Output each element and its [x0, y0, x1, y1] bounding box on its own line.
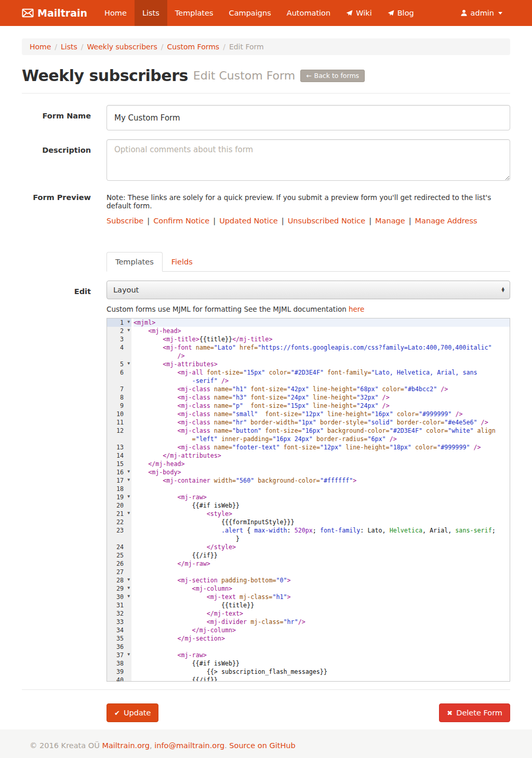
code-line[interactable]: </style>	[134, 543, 510, 551]
gutter-line[interactable]: 7	[107, 385, 131, 393]
code-line[interactable]: -serif" />	[134, 377, 510, 385]
nav-item-wiki[interactable]: Wiki	[338, 0, 379, 26]
preview-link-updated-notice[interactable]: Updated Notice	[219, 217, 278, 225]
gutter-line[interactable]	[107, 377, 131, 385]
gutter-line[interactable]: 12	[107, 427, 131, 435]
code-line[interactable]: }	[134, 535, 510, 543]
brand-link[interactable]: Mailtrain	[22, 0, 97, 26]
code-line[interactable]: {{> subscription_flash_messages}}	[134, 668, 510, 676]
gutter-line[interactable]: 38	[107, 659, 131, 668]
code-line[interactable]: />	[134, 352, 510, 360]
gutter-line[interactable]: 8	[107, 393, 131, 402]
gutter-line[interactable]: 40	[107, 676, 131, 682]
delete-form-button[interactable]: ✖ Delete Form	[439, 703, 510, 722]
code-line[interactable]	[134, 485, 510, 493]
code-line[interactable]: {{title}}	[134, 601, 510, 609]
gutter-line[interactable]: 24	[107, 543, 131, 551]
nav-item-lists[interactable]: Lists	[135, 0, 167, 26]
fold-toggle-icon[interactable]: ▼	[127, 326, 130, 335]
nav-item-templates[interactable]: Templates	[167, 0, 221, 26]
code-line[interactable]: <style>	[134, 510, 510, 518]
gutter-line[interactable]: 36	[107, 643, 131, 651]
code-line[interactable]: </mj-column>	[134, 626, 510, 634]
code-line[interactable]: ="left" inner-padding="16px 24px" border…	[134, 435, 510, 443]
code-line[interactable]: {{/if}}	[134, 551, 510, 560]
gutter-line[interactable]: 20	[107, 501, 131, 510]
code-line[interactable]: <mj-column>	[134, 584, 510, 593]
gutter-line[interactable]: 5▼	[107, 360, 131, 368]
fold-toggle-icon[interactable]: ▼	[127, 318, 130, 326]
gutter-line[interactable]: 2▼	[107, 327, 131, 335]
nav-item-blog[interactable]: Blog	[380, 0, 422, 26]
fold-toggle-icon[interactable]: ▼	[127, 576, 130, 584]
code-line[interactable]	[134, 643, 510, 651]
code-line[interactable]: <mj-section padding-bottom="0">	[134, 576, 510, 584]
gutter-line[interactable]	[107, 535, 131, 543]
footer-link-source-on-github[interactable]: Source on GitHub	[229, 741, 295, 750]
fold-toggle-icon[interactable]: ▼	[127, 584, 130, 592]
code-line[interactable]: <mj-class name="footer-text" font-size="…	[134, 443, 510, 451]
code-line[interactable]: </mj-raw>	[134, 560, 510, 568]
back-to-forms-button[interactable]: ← Back to forms	[300, 70, 365, 82]
code-line[interactable]: <mj-text mj-class="h1">	[134, 593, 510, 601]
gutter-line[interactable]: 39	[107, 668, 131, 676]
code-line[interactable]: <mjml>	[134, 318, 510, 327]
code-line[interactable]: <mj-class name="small" font-size="12px" …	[134, 410, 510, 418]
gutter-line[interactable]: 23	[107, 526, 131, 535]
fold-toggle-icon[interactable]: ▼	[127, 476, 130, 484]
gutter-line[interactable]: 29▼	[107, 584, 131, 593]
breadcrumb-link[interactable]: Lists	[61, 43, 77, 51]
gutter-line[interactable]: 3	[107, 335, 131, 343]
gutter-line[interactable]: 37▼	[107, 651, 131, 659]
code-line[interactable]: <mj-all font-size="15px" color="#2D3E4F"…	[134, 368, 510, 377]
code-line[interactable]: <mj-body>	[134, 468, 510, 476]
gutter-line[interactable]: 1▼	[107, 318, 131, 327]
code-line[interactable]: <mj-class name="button" font-size="16px"…	[134, 427, 510, 435]
gutter-line[interactable]: 19▼	[107, 493, 131, 501]
breadcrumb-link[interactable]: Custom Forms	[167, 43, 220, 51]
preview-link-manage[interactable]: Manage	[375, 217, 405, 225]
description-textarea[interactable]	[107, 139, 510, 181]
code-line[interactable]: </mj-head>	[134, 460, 510, 468]
gutter-line[interactable]: 26	[107, 560, 131, 568]
mjml-code-editor[interactable]: 1▼2▼345▼678910111213141516▼17▼1819▼2021▼…	[107, 318, 510, 682]
code-line[interactable]: <mj-raw>	[134, 493, 510, 501]
gutter-line[interactable]	[107, 435, 131, 443]
code-line[interactable]: <mj-title>{{title}}</mj-title>	[134, 335, 510, 343]
gutter-line[interactable]: 34	[107, 626, 131, 634]
code-line[interactable]: <mj-attributes>	[134, 360, 510, 368]
gutter-line[interactable]: 10	[107, 410, 131, 418]
code-line[interactable]	[134, 568, 510, 576]
gutter-line[interactable]: 4	[107, 343, 131, 352]
gutter-line[interactable]: 21▼	[107, 510, 131, 518]
gutter-line[interactable]: 16▼	[107, 468, 131, 476]
code-line[interactable]: <mj-font name="Lato" href="https://fonts…	[134, 343, 510, 352]
mjml-docs-link[interactable]: here	[349, 305, 364, 313]
gutter-line[interactable]: 32	[107, 609, 131, 618]
gutter-line[interactable]	[107, 352, 131, 360]
code-line[interactable]: {{/if}}	[134, 676, 510, 681]
code-line[interactable]: .alert { max-width: 520px; font-family: …	[134, 526, 510, 535]
footer-link-mailtrain-org[interactable]: Mailtrain.org	[102, 741, 150, 750]
code-line[interactable]: {{#if isWeb}}	[134, 659, 510, 668]
fold-toggle-icon[interactable]: ▼	[127, 650, 130, 659]
template-select[interactable]: Layout ▲▼	[107, 281, 510, 299]
gutter-line[interactable]: 6	[107, 368, 131, 377]
footer-link-info-mailtrain-org[interactable]: info@mailtrain.org	[154, 741, 224, 750]
tab-templates[interactable]: Templates	[107, 252, 163, 272]
code-line[interactable]: </mj-text>	[134, 609, 510, 618]
code-line[interactable]: <mj-class name="h3" font-size="24px" lin…	[134, 393, 510, 402]
form-name-input[interactable]	[107, 105, 510, 130]
update-button[interactable]: ✔ Update	[107, 703, 158, 722]
code-line[interactable]: <mj-container width="560" background-col…	[134, 476, 510, 485]
gutter-line[interactable]: 27	[107, 568, 131, 576]
code-line[interactable]: <mj-class name="hr" border-width="1px" b…	[134, 418, 510, 427]
gutter-line[interactable]: 31	[107, 601, 131, 609]
gutter-line[interactable]: 25	[107, 551, 131, 560]
nav-item-campaigns[interactable]: Campaigns	[221, 0, 279, 26]
gutter-line[interactable]: 9	[107, 402, 131, 410]
fold-toggle-icon[interactable]: ▼	[127, 592, 130, 601]
preview-link-manage-address[interactable]: Manage Address	[415, 217, 477, 225]
gutter-line[interactable]: 33	[107, 618, 131, 626]
gutter-line[interactable]: 22	[107, 518, 131, 526]
